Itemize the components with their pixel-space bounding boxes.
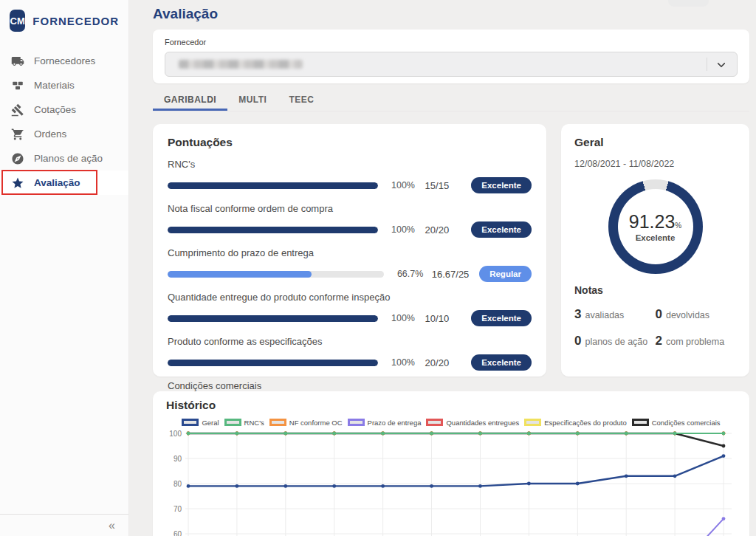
notes-title: Notas [574,284,736,296]
score-row: Produto conforme as especificações100%20… [168,336,532,371]
score-line: 66.7%16.67/25Regular [168,266,532,282]
note-label: planos de ação [585,337,647,347]
note-item: 2com problema [656,334,737,348]
score-progress-fill [168,182,378,189]
score-fraction: 20/20 [425,357,472,368]
note-value: 3 [574,307,581,322]
sidebar-item-materiais[interactable]: Materiais [0,73,128,97]
brand-name: FORNECEDOR [32,15,119,27]
scores-card: Pontuações RNC's100%15/15ExcelenteNota f… [153,124,546,377]
redacted-supplier-name [179,60,303,69]
sidebar-item-label: Cotações [34,104,76,115]
legend-item[interactable]: Quantidades entregues [426,419,519,427]
score-status-badge: Excelente [471,177,532,193]
sidebar-item-cotacoes[interactable]: Cotações [0,97,128,122]
sidebar-menu: FornecedoresMateriaisCotaçõesOrdensPlano… [0,49,128,195]
tab-garibaldi[interactable]: GARIBALDI [153,90,227,111]
score-row: RNC's100%15/15Excelente [168,159,532,193]
score-label: Nota fiscal conforme ordem de compra [168,203,532,214]
supplier-select-label: Fornecedor [165,38,738,47]
evaluation-period: 12/08/2021 - 11/08/2022 [574,159,736,169]
score-label: Condições comerciais [168,380,532,391]
supplier-select-card: Fornecedor [153,30,749,83]
sidebar-item-label: Materiais [34,80,75,91]
scores-card-title: Pontuações [168,136,532,149]
score-line: 100%15/15Excelente [168,177,532,193]
note-value: 0 [574,334,581,348]
scores-list: RNC's100%15/15ExcelenteNota fiscal confo… [168,159,532,415]
overall-score-donut: 91.23% Excelente [608,179,703,274]
score-status-badge: Excelente [471,221,532,238]
collapse-sidebar-button[interactable]: « [109,520,115,532]
score-row: Quantidade entregue do produto conforme … [168,292,532,326]
chevron-down-icon [717,59,725,67]
tab-multi[interactable]: MULTI [227,90,278,111]
legend-swatch [524,419,541,426]
legend-swatch [426,419,443,426]
sidebar-item-avaliacao[interactable]: Avaliação [0,171,128,195]
legend-item[interactable]: Geral [182,419,219,427]
score-status-badge: Excelente [471,354,532,371]
general-card-title: Geral [574,136,736,149]
percent-unit: % [675,221,681,230]
tab-teec[interactable]: TEEC [278,90,325,111]
note-label: com problema [666,337,724,347]
sidebar-item-label: Avaliação [34,177,80,188]
chart-legend: GeralRNC'sNF conforme OCPrazo de entrega… [166,417,736,427]
donut-center: 91.23% Excelente [618,189,693,264]
score-fraction: 16.67/25 [432,269,479,280]
history-card-title: Histórico [166,399,736,412]
bricks-icon [11,79,24,92]
score-line: 100%20/20Excelente [168,354,532,371]
score-label: Quantidade entregue do produto conforme … [168,292,532,303]
partial-hidden-element [668,0,709,7]
sidebar-item-ordens[interactable]: Ordens [0,122,128,146]
legend-item[interactable]: Prazo de entrega [348,419,422,427]
app-logo: CM FORNECEDOR [0,0,128,41]
score-progress-bar [168,271,384,278]
select-divider [707,58,707,71]
legend-item[interactable]: Especificações do produto [524,419,626,427]
score-progress-bar [168,182,378,189]
supplier-select[interactable] [165,52,738,77]
svg-text:60: 60 [173,530,182,536]
score-fraction: 20/20 [425,224,472,236]
score-progress-fill [168,227,378,233]
svg-text:70: 70 [173,505,182,513]
note-item: 0planos de ação [574,334,656,348]
history-card: Histórico GeralRNC'sNF conforme OCPrazo … [153,391,749,536]
compass-icon [11,152,24,165]
sidebar-item-planos-de-acao[interactable]: Planos de ação [0,146,128,171]
score-progress-fill [168,360,378,366]
legend-swatch [182,419,199,426]
score-percent: 100% [391,313,425,323]
notes-grid: 3avaliadas0devolvidas0planos de ação2com… [574,307,736,348]
score-line: 100%10/10Excelente [168,310,532,326]
legend-item[interactable]: Condições comerciais [632,419,721,427]
sidebar-item-label: Planos de ação [34,153,103,164]
svg-text:80: 80 [173,480,182,488]
legend-label: Condições comerciais [652,419,721,427]
legend-label: NF conforme OC [289,419,343,427]
cart-icon [11,128,24,141]
score-label: RNC's [168,159,532,170]
score-label: Produto conforme as especificações [168,336,532,347]
score-percent: 100% [391,224,425,235]
legend-item[interactable]: RNC's [224,419,264,427]
star-icon [11,176,24,190]
supplier-tabs: GARIBALDIMULTITEEC [153,90,749,111]
score-percent: 66.7% [397,269,432,279]
legend-label: RNC's [244,419,264,427]
score-progress-bar [168,360,378,366]
sidebar-item-fornecedores[interactable]: Fornecedores [0,49,128,73]
gavel-icon [11,103,24,117]
score-fraction: 15/15 [425,180,472,191]
legend-item[interactable]: NF conforme OC [269,419,343,427]
sidebar: CM FORNECEDOR FornecedoresMateriaisCotaç… [0,0,129,536]
score-percent: 100% [391,180,425,190]
note-value: 2 [656,334,662,348]
score-status-badge: Regular [479,266,532,282]
score-progress-bar [168,315,378,322]
score-line: 100%20/20Excelente [168,221,532,238]
note-label: devolvidas [666,310,709,320]
